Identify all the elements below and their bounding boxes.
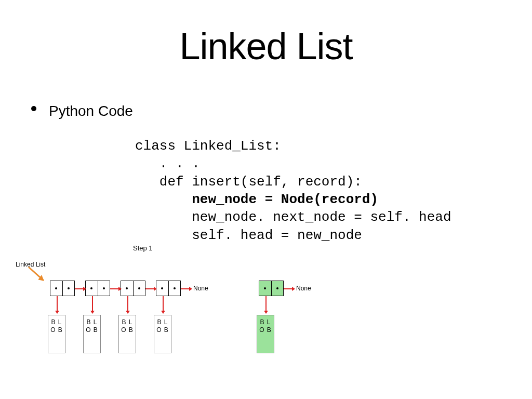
new-blob-box: B L O B bbox=[257, 315, 274, 353]
head-arrow-icon bbox=[26, 266, 52, 287]
code-line: new_node. next_node = self. head bbox=[135, 209, 451, 225]
none-label: None bbox=[193, 285, 208, 292]
code-block: class Linked_List: . . . def insert(self… bbox=[135, 137, 532, 244]
code-line: def insert(self, record): bbox=[135, 174, 362, 190]
none-label: None bbox=[296, 285, 311, 292]
next-arrow-icon bbox=[181, 287, 192, 291]
page-title: Linked List bbox=[0, 25, 532, 68]
linked-list-diagram: Step 1 Linked List None B bbox=[45, 249, 486, 395]
blob-box: B L O B bbox=[48, 315, 65, 353]
svg-marker-13 bbox=[90, 311, 95, 314]
list-node bbox=[156, 281, 181, 296]
list-node bbox=[85, 281, 110, 296]
data-arrow-icon bbox=[126, 296, 130, 314]
bullet-text: Python Code bbox=[49, 103, 133, 119]
next-arrow-icon bbox=[75, 287, 86, 291]
bullet-item: Python Code bbox=[31, 103, 532, 119]
svg-marker-7 bbox=[154, 287, 157, 291]
svg-marker-15 bbox=[126, 311, 130, 314]
code-line: class Linked_List: bbox=[135, 138, 281, 154]
bullet-dot-icon bbox=[31, 106, 36, 111]
list-node bbox=[50, 281, 75, 296]
blob-box: B L O B bbox=[154, 315, 171, 353]
code-line: . . . bbox=[135, 156, 200, 171]
svg-marker-17 bbox=[161, 311, 165, 314]
data-arrow-icon bbox=[90, 296, 95, 314]
code-line-highlight: new_node = Node(record) bbox=[135, 192, 378, 207]
new-node bbox=[259, 281, 284, 296]
blob-box: B L O B bbox=[83, 315, 101, 353]
svg-marker-3 bbox=[83, 287, 86, 291]
step-label: Step 1 bbox=[133, 244, 153, 252]
data-arrow-icon bbox=[264, 296, 268, 314]
svg-marker-21 bbox=[264, 311, 268, 314]
svg-marker-11 bbox=[55, 311, 59, 314]
svg-marker-19 bbox=[292, 287, 295, 291]
next-arrow-icon bbox=[110, 287, 122, 291]
blob-box: B L O B bbox=[118, 315, 136, 353]
data-arrow-icon bbox=[161, 296, 165, 314]
code-line: self. head = new_node bbox=[135, 228, 362, 243]
next-arrow-icon bbox=[284, 287, 295, 291]
next-arrow-icon bbox=[145, 287, 157, 291]
list-node bbox=[121, 281, 145, 296]
data-arrow-icon bbox=[55, 296, 59, 314]
svg-marker-9 bbox=[189, 287, 192, 291]
svg-marker-5 bbox=[118, 287, 122, 291]
